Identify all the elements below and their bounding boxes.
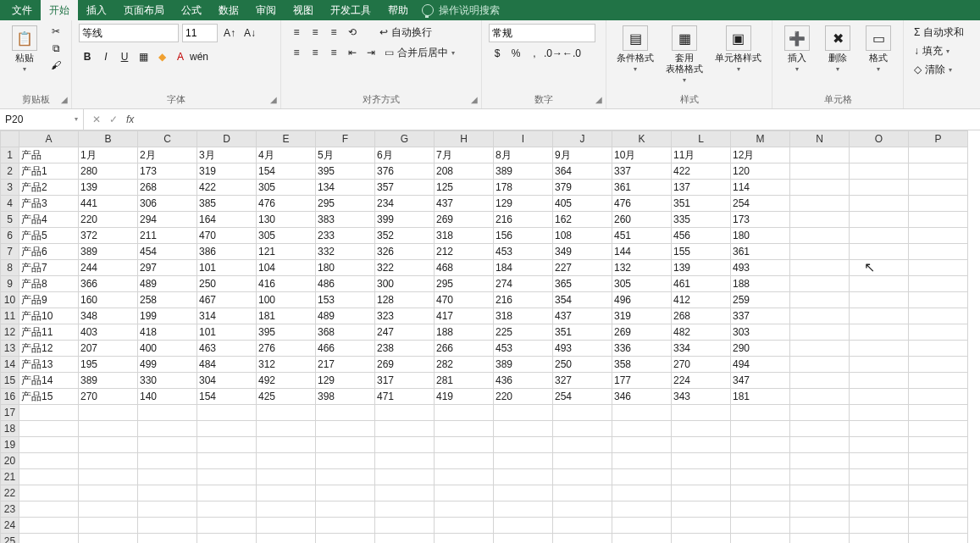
cell[interactable] (909, 276, 968, 292)
cell[interactable]: 120 (731, 163, 790, 180)
cut-button[interactable]: ✂ (47, 24, 64, 39)
tab-insert[interactable]: 插入 (78, 0, 115, 20)
cell[interactable]: 154 (257, 163, 316, 180)
cell[interactable] (850, 244, 909, 260)
cell[interactable] (909, 324, 968, 341)
cell-styles-button[interactable]: ▣单元格样式▾ (711, 24, 765, 75)
cell[interactable]: 346 (612, 389, 672, 405)
cell[interactable] (790, 228, 850, 244)
cell[interactable]: 314 (197, 308, 257, 324)
column-header[interactable]: O (850, 131, 909, 147)
row-header[interactable]: 19 (1, 437, 19, 453)
cell[interactable] (257, 501, 316, 518)
name-box[interactable]: P20 ▾ (0, 109, 84, 130)
cell[interactable]: 281 (435, 373, 494, 389)
cell[interactable] (375, 469, 435, 485)
cell[interactable] (197, 534, 257, 544)
cell[interactable] (375, 405, 435, 421)
cell[interactable]: 357 (375, 180, 435, 196)
dialog-launcher-icon[interactable]: ◢ (59, 95, 69, 105)
cell[interactable] (909, 421, 968, 437)
cell[interactable]: 290 (731, 341, 790, 357)
cell[interactable] (138, 518, 197, 534)
cell[interactable]: 266 (435, 341, 494, 357)
cell[interactable]: 181 (257, 308, 316, 324)
cell[interactable]: 产品10 (19, 308, 79, 324)
cell[interactable] (79, 485, 138, 501)
cell[interactable]: 269 (435, 212, 494, 228)
cell[interactable] (375, 437, 435, 453)
cell[interactable] (909, 244, 968, 260)
cell[interactable] (197, 469, 257, 485)
cell[interactable] (553, 453, 612, 469)
cell[interactable]: 139 (79, 180, 138, 196)
cell[interactable]: 130 (257, 212, 316, 228)
cell[interactable] (790, 244, 850, 260)
cell[interactable] (790, 405, 850, 421)
cell[interactable]: 436 (494, 373, 553, 389)
cell[interactable]: 139 (672, 260, 731, 276)
row-header[interactable]: 14 (1, 357, 19, 373)
cell[interactable] (138, 437, 197, 453)
cell[interactable]: 471 (375, 389, 435, 405)
cell[interactable]: 产品4 (19, 212, 79, 228)
column-header[interactable]: A (19, 131, 79, 147)
cell[interactable] (257, 453, 316, 469)
cell[interactable] (494, 469, 553, 485)
cell[interactable]: 351 (553, 324, 612, 341)
cell[interactable]: 101 (197, 324, 257, 341)
cell[interactable]: 376 (375, 163, 435, 180)
cell[interactable] (79, 534, 138, 544)
cell[interactable] (790, 469, 850, 485)
cell[interactable]: 418 (138, 324, 197, 341)
cell[interactable]: 产品12 (19, 341, 79, 357)
cell[interactable] (316, 518, 375, 534)
cell[interactable] (553, 485, 612, 501)
cell[interactable] (79, 518, 138, 534)
font-color-button[interactable]: A (172, 49, 189, 64)
cell[interactable]: 499 (138, 357, 197, 373)
cell[interactable]: 466 (316, 341, 375, 357)
cell[interactable]: 250 (197, 276, 257, 292)
cell[interactable]: 493 (731, 260, 790, 276)
cell[interactable] (850, 260, 909, 276)
column-header[interactable]: G (375, 131, 435, 147)
cell[interactable]: 399 (375, 212, 435, 228)
cancel-formula-button[interactable]: ✕ (92, 114, 101, 125)
cell[interactable]: 425 (257, 389, 316, 405)
cell[interactable]: 180 (731, 228, 790, 244)
cell[interactable] (197, 518, 257, 534)
cell[interactable]: 280 (79, 163, 138, 180)
cell[interactable] (672, 534, 731, 544)
cell[interactable] (731, 405, 790, 421)
fill-color-button[interactable]: ◆ (153, 49, 170, 64)
cell[interactable]: 366 (79, 276, 138, 292)
cell[interactable]: 337 (612, 163, 672, 180)
tab-file[interactable]: 文件 (3, 0, 41, 20)
cell[interactable]: 184 (494, 260, 553, 276)
row-header[interactable]: 15 (1, 373, 19, 389)
cell[interactable]: 352 (375, 228, 435, 244)
cell[interactable] (257, 437, 316, 453)
cell[interactable]: 347 (731, 373, 790, 389)
cell[interactable]: 322 (375, 260, 435, 276)
cell[interactable]: 437 (435, 196, 494, 212)
cell[interactable] (138, 405, 197, 421)
cell[interactable] (79, 421, 138, 437)
cell[interactable]: 336 (612, 341, 672, 357)
cell[interactable] (79, 453, 138, 469)
cell[interactable]: 437 (553, 308, 612, 324)
cell[interactable] (19, 437, 79, 453)
orientation-button[interactable]: ⟲ (344, 25, 361, 40)
cell[interactable] (850, 212, 909, 228)
align-center-button[interactable]: ≡ (307, 45, 324, 60)
cell[interactable] (435, 485, 494, 501)
cell[interactable] (316, 534, 375, 544)
cell[interactable]: 461 (672, 276, 731, 292)
cell[interactable] (790, 276, 850, 292)
cell[interactable]: 121 (257, 244, 316, 260)
cell[interactable]: 产品8 (19, 276, 79, 292)
cell[interactable]: 441 (79, 196, 138, 212)
row-header[interactable]: 11 (1, 308, 19, 324)
cell[interactable]: 379 (553, 180, 612, 196)
